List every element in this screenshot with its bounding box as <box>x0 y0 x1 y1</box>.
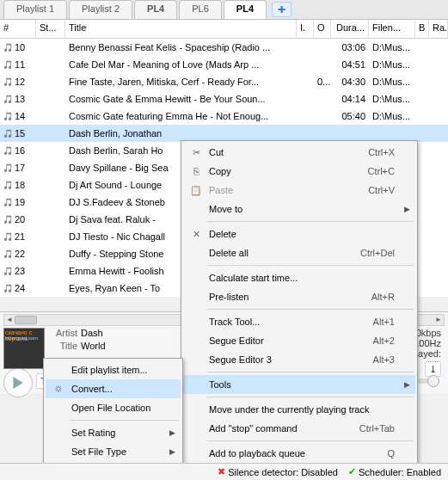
menu-item-add-to-playback-queue[interactable]: Add to playback queueQ <box>183 444 415 463</box>
chevron-right-icon: ▶ <box>169 447 175 456</box>
menu-item-label: Set Rating <box>68 428 160 438</box>
menu-item-convert[interactable]: ⛭Convert... <box>46 379 181 398</box>
music-note-icon <box>3 129 12 138</box>
menu-item-label: Convert... <box>68 384 160 394</box>
status-silence[interactable]: ✖Silence detector: Disabled <box>218 466 338 477</box>
col-o[interactable]: O <box>314 20 331 38</box>
chevron-right-icon: ▶ <box>169 428 175 437</box>
menu-item-shortcut: Ctrl+X <box>351 147 395 157</box>
menu-item-segue-editor[interactable]: Segue EditorAlt+2 <box>183 331 415 350</box>
scroll-right-icon[interactable]: ► <box>433 315 444 325</box>
music-note-icon <box>3 77 12 86</box>
status-bar: ✖Silence detector: Disabled ✔Scheduler: … <box>0 463 448 480</box>
chevron-right-icon: ▶ <box>404 205 410 213</box>
menu-item-shortcut: Alt+1 <box>356 317 395 327</box>
menu-item-label: Edit playlist item... <box>68 365 160 375</box>
check-icon: ✔ <box>348 466 356 477</box>
menu-item-label: Delete <box>206 229 395 239</box>
music-note-icon <box>3 267 12 275</box>
menu-item-segue-editor-3[interactable]: Segue Editor 3Alt+3 <box>183 350 415 369</box>
chevron-right-icon: ▶ <box>404 380 410 389</box>
table-row[interactable]: 12Fine Taste, Jaren, Mitiska, Cerf - Rea… <box>0 73 448 90</box>
music-note-icon <box>3 112 12 120</box>
menu-item-icon: ⎘ <box>187 166 206 176</box>
menu-item-label: Segue Editor 3 <box>206 354 356 365</box>
menu-item-pre-listen[interactable]: Pre-listenAlt+R <box>183 287 415 306</box>
col-status[interactable]: St... <box>36 20 65 38</box>
music-note-icon <box>3 284 12 292</box>
scroll-left-icon[interactable]: ◄ <box>4 315 15 325</box>
menu-item-edit-playlist-item[interactable]: Edit playlist item... <box>46 360 181 379</box>
tab-pl4[interactable]: PL4 <box>134 0 177 19</box>
x-icon: ✖ <box>218 466 225 477</box>
play-button[interactable] <box>3 368 33 397</box>
tab-playlist-1[interactable]: Playlist 1 <box>3 0 67 19</box>
menu-item-shortcut: Ctrl+C <box>351 166 395 176</box>
menu-item-open-file-location[interactable]: Open File Location <box>46 398 181 417</box>
tab-playlist-2[interactable]: Playlist 2 <box>69 0 132 19</box>
scroll-thumb[interactable] <box>15 316 37 324</box>
menu-item-delete[interactable]: ✕Delete <box>183 225 415 243</box>
menu-item-calculate-start-time[interactable]: Calculate start time... <box>183 268 415 287</box>
menu-item-track-tool[interactable]: Track Tool...Alt+1 <box>183 312 415 331</box>
table-row[interactable]: 11Cafe Del Mar - Meaning of Love (Mads A… <box>0 56 448 73</box>
menu-item-label: Segue Editor <box>206 335 356 346</box>
menu-item-move-under-the-currently-playing-track[interactable]: Move under the currently playing track <box>183 400 415 419</box>
menu-item-label: Calculate start time... <box>206 273 395 283</box>
menu-item-delete-all[interactable]: Delete allCtrl+Del <box>183 243 415 262</box>
menu-item-icon: 📋 <box>187 185 206 196</box>
table-row[interactable]: 15Dash Berlin, Jonathan <box>0 125 448 142</box>
col-number[interactable]: # <box>0 20 36 38</box>
table-row[interactable]: 14Cosmic Gate featuring Emma He - Not En… <box>0 108 448 125</box>
menu-item-add-stop-command[interactable]: Add "stop" commandCtrl+Tab <box>183 419 415 438</box>
menu-item-label: Copy <box>206 166 351 176</box>
music-note-icon <box>3 95 12 103</box>
col-title[interactable]: Title <box>65 20 297 38</box>
artist-label: Artist <box>50 328 77 341</box>
menu-item-icon: ✂ <box>187 147 206 158</box>
menu-separator <box>207 397 414 397</box>
col-filename[interactable]: Filen... <box>369 20 415 38</box>
menu-item-copy[interactable]: ⎘CopyCtrl+C <box>183 162 415 181</box>
music-note-icon <box>3 60 12 69</box>
menu-item-label: Pre-listen <box>206 292 354 302</box>
table-row[interactable]: 13Cosmic Gate & Emma Hewitt - Be Your So… <box>0 90 448 108</box>
menu-item-label: Open File Location <box>68 403 160 413</box>
menu-item-label: Track Tool... <box>206 317 356 327</box>
add-tab-button[interactable]: ✚ <box>272 2 292 17</box>
tab-pl4[interactable]: PL4 <box>224 0 267 19</box>
menu-item-shortcut: Alt+2 <box>356 335 395 346</box>
tab-pl6[interactable]: PL6 <box>179 0 222 19</box>
art-overlay-text2: kibergrad.com <box>5 335 38 341</box>
music-note-icon <box>3 163 12 172</box>
music-note-icon <box>3 43 12 52</box>
menu-separator <box>207 265 414 266</box>
menu-item-shortcut: Ctrl+V <box>351 185 395 195</box>
col-b[interactable]: B <box>415 20 429 38</box>
column-header: # St... Title I. O Dura... Filen... B Ra… <box>0 20 448 39</box>
col-duration[interactable]: Dura... <box>331 20 369 38</box>
music-note-icon <box>3 181 12 189</box>
menu-item-label: Add to playback queue <box>206 448 370 458</box>
menu-item-set-file-type[interactable]: Set File Type▶ <box>46 442 181 461</box>
slider-thumb[interactable] <box>427 375 439 387</box>
menu-item-shortcut: Ctrl+Tab <box>342 423 395 434</box>
menu-item-label: Tools <box>206 379 395 390</box>
music-note-icon <box>3 146 12 155</box>
table-row[interactable]: 10Benny Benassi Feat Kelis - Spaceship (… <box>0 39 448 56</box>
menu-separator <box>207 221 414 222</box>
menu-item-paste: 📋PasteCtrl+V <box>183 181 415 200</box>
menu-item-shortcut: Alt+3 <box>356 354 395 365</box>
col-rating[interactable]: Ra... <box>429 20 448 38</box>
menu-item-label: Paste <box>206 185 351 195</box>
status-scheduler[interactable]: ✔Scheduler: Enabled <box>348 466 441 477</box>
menu-item-move-to[interactable]: Move to▶ <box>183 200 415 218</box>
menu-item-tools[interactable]: Tools▶ <box>183 375 415 394</box>
col-i[interactable]: I. <box>297 20 314 38</box>
music-note-icon <box>3 198 12 206</box>
menu-item-cut[interactable]: ✂CutCtrl+X <box>183 143 415 162</box>
music-note-icon <box>3 249 12 258</box>
menu-item-icon: ⛭ <box>49 384 68 394</box>
menu-item-set-rating[interactable]: Set Rating▶ <box>46 423 181 442</box>
music-note-icon <box>3 215 12 224</box>
